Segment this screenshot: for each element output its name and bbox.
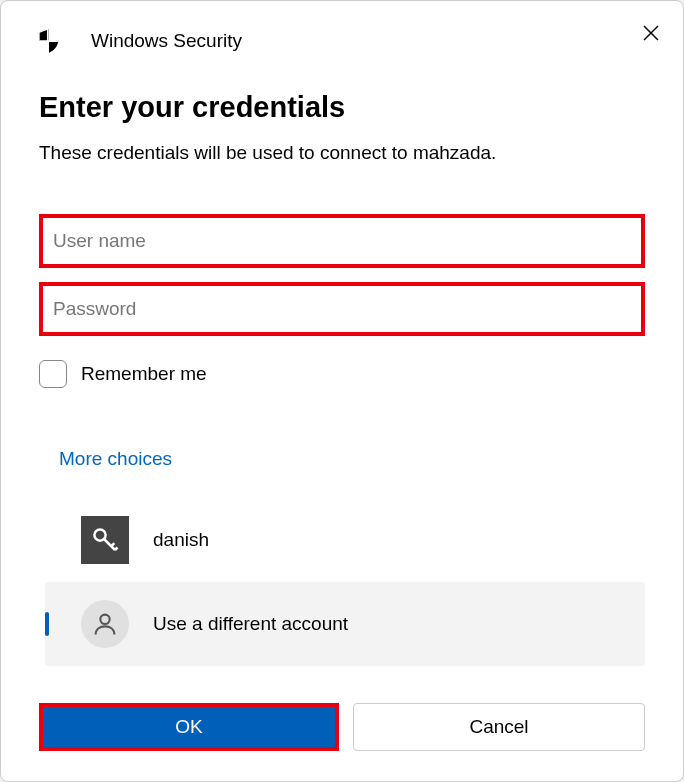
dialog-heading: Enter your credentials [39, 91, 645, 124]
remember-me-row: Remember me [39, 360, 645, 388]
saved-account-label: danish [153, 529, 209, 551]
ok-button-wrapper: OK [39, 703, 339, 751]
svg-point-7 [100, 615, 109, 624]
dialog-subtext: These credentials will be used to connec… [39, 142, 645, 164]
cancel-button[interactable]: Cancel [353, 703, 645, 751]
password-field-wrapper [39, 282, 645, 336]
person-icon [81, 600, 129, 648]
dialog-content: Enter your credentials These credentials… [1, 61, 683, 666]
cancel-button-wrapper: Cancel [353, 703, 645, 751]
remember-me-label: Remember me [81, 363, 207, 385]
username-input[interactable] [43, 218, 641, 264]
svg-point-3 [98, 533, 102, 537]
svg-line-6 [115, 548, 118, 551]
titlebar: Windows Security [1, 1, 683, 61]
more-choices-link[interactable]: More choices [39, 448, 645, 470]
ok-button[interactable]: OK [43, 707, 335, 747]
credentials-dialog: Windows Security Enter your credentials … [0, 0, 684, 782]
window-title: Windows Security [91, 30, 242, 52]
password-input[interactable] [43, 286, 641, 332]
different-account-label: Use a different account [153, 613, 348, 635]
key-icon [81, 516, 129, 564]
close-button[interactable] [641, 23, 661, 43]
saved-account-option[interactable]: danish [39, 506, 645, 574]
different-account-option[interactable]: Use a different account [45, 582, 645, 666]
button-row: OK Cancel [1, 703, 683, 751]
username-field-wrapper [39, 214, 645, 268]
svg-line-5 [111, 543, 114, 546]
shield-icon [35, 27, 63, 55]
close-icon [643, 25, 659, 41]
remember-me-checkbox[interactable] [39, 360, 67, 388]
